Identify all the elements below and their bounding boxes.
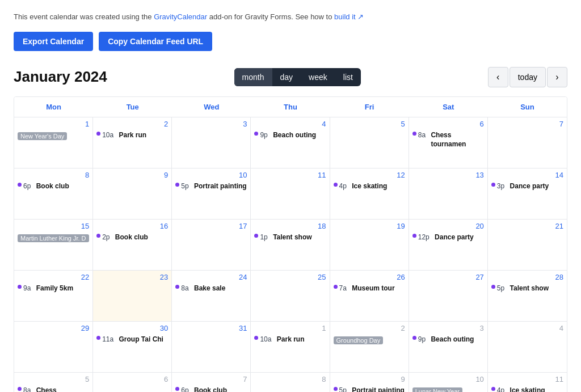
event-item[interactable]: 5p Portrait painting <box>175 182 247 191</box>
gravity-calendar-link[interactable]: GravityCalendar <box>154 12 207 21</box>
event-dot <box>96 132 100 136</box>
cal-cell[interactable]: 5 <box>330 117 409 168</box>
cal-cell[interactable]: 143p Dance party <box>488 168 567 220</box>
cal-cell[interactable]: 11 <box>251 168 330 220</box>
event-item[interactable]: 5p Portrait painting <box>334 386 405 393</box>
event-item[interactable]: 6p Book club <box>18 182 89 191</box>
cal-cell[interactable]: 76p Book club <box>172 373 251 393</box>
cal-cell[interactable]: 27 <box>409 271 488 322</box>
cal-cell[interactable]: 110a Park run <box>251 322 330 373</box>
event-item[interactable]: 6p Book club <box>175 386 247 393</box>
cal-cell[interactable]: 248a Bake sale <box>172 271 251 322</box>
event-time: 9p <box>260 130 267 140</box>
prev-button[interactable]: ‹ <box>488 67 508 87</box>
day-header-wed: Wed <box>172 97 251 117</box>
cal-cell[interactable]: 162p Book club <box>93 220 172 271</box>
cal-cell[interactable]: 15Martin Luther King Jr. D <box>14 220 93 271</box>
date-number: 8 <box>18 171 89 179</box>
cal-cell[interactable]: 29 <box>14 322 93 373</box>
cal-cell[interactable]: 21 <box>488 220 567 271</box>
cal-cell[interactable]: 13 <box>409 168 488 220</box>
event-item[interactable]: 1p Talent show <box>254 233 326 242</box>
date-number: 10 <box>412 375 484 383</box>
event-time: 6p <box>23 182 31 191</box>
cal-cell[interactable]: 1New Year's Day <box>14 117 93 168</box>
date-number: 30 <box>96 324 168 332</box>
cal-cell[interactable]: 58a Chess tournamen <box>14 373 93 393</box>
event-dot <box>491 285 495 289</box>
event-item[interactable]: 7a Museum tour <box>334 284 405 293</box>
cal-cell[interactable]: 95p Portrait painting <box>330 373 409 393</box>
export-calendar-button[interactable]: Export Calendar <box>14 32 93 51</box>
date-number: 8 <box>254 375 326 383</box>
cal-cell[interactable]: 229a Family 5km <box>14 271 93 322</box>
event-item[interactable]: 8a Bake sale <box>175 284 247 293</box>
event-item[interactable]: 9p Beach outing <box>412 335 484 344</box>
event-item[interactable]: 4p Ice skating <box>334 182 405 191</box>
event-time: 12p <box>418 233 430 242</box>
day-header-fri: Fri <box>330 97 409 117</box>
date-number: 7 <box>491 120 563 128</box>
event-time: 3p <box>497 182 504 191</box>
date-number: 17 <box>175 222 247 230</box>
date-number: 7 <box>175 375 247 383</box>
cal-cell[interactable]: 2Groundhog Day <box>330 322 409 373</box>
event-dot <box>254 132 258 136</box>
event-dot <box>254 336 258 340</box>
cal-cell[interactable]: 267a Museum tour <box>330 271 409 322</box>
cal-cell[interactable]: 7 <box>488 117 567 168</box>
event-item[interactable]: 10a Park run <box>96 130 168 140</box>
event-item[interactable]: 5p Talent show <box>491 284 563 293</box>
copy-feed-url-button[interactable]: Copy Calendar Feed URL <box>99 32 212 51</box>
event-item[interactable]: 10a Park run <box>254 335 326 344</box>
cal-cell[interactable]: 124p Ice skating <box>330 168 409 220</box>
event-item[interactable]: 3p Dance party <box>491 182 563 191</box>
cal-cell[interactable]: 210a Park run <box>93 117 172 168</box>
cal-cell[interactable]: 3 <box>172 117 251 168</box>
date-number: 9 <box>334 375 405 383</box>
cal-cell[interactable]: 23 <box>93 271 172 322</box>
cal-cell[interactable]: 19 <box>330 220 409 271</box>
event-item[interactable]: 8a Chess tournamen <box>412 130 484 150</box>
cal-cell[interactable]: 49p Beach outing <box>251 117 330 168</box>
event-item[interactable]: 12p Dance party <box>412 233 484 242</box>
event-item[interactable]: 2p Book club <box>96 233 168 242</box>
cal-cell[interactable]: 6 <box>93 373 172 393</box>
tab-day[interactable]: day <box>272 68 301 86</box>
tab-month[interactable]: month <box>234 68 272 86</box>
event-item[interactable]: 9a Family 5km <box>18 284 89 293</box>
event-dot <box>96 336 100 340</box>
event-name: Chess tournamen <box>36 386 89 393</box>
cal-cell[interactable]: 105p Portrait painting <box>172 168 251 220</box>
cal-cell[interactable]: 9 <box>93 168 172 220</box>
cal-cell[interactable]: 114p Ice skating <box>488 373 567 393</box>
cal-cell[interactable]: 10Lunar New Year <box>409 373 488 393</box>
event-item[interactable]: 9p Beach outing <box>254 130 326 140</box>
date-number: 25 <box>254 273 326 281</box>
cal-cell[interactable]: 31 <box>172 322 251 373</box>
cal-cell[interactable]: 25 <box>251 271 330 322</box>
cal-cell[interactable]: 181p Talent show <box>251 220 330 271</box>
tab-list[interactable]: list <box>335 68 361 86</box>
event-dot <box>18 183 22 187</box>
event-name: Beach outing <box>273 130 316 140</box>
cal-cell[interactable]: 17 <box>172 220 251 271</box>
cal-cell[interactable]: 2012p Dance party <box>409 220 488 271</box>
event-dot <box>491 183 495 187</box>
cal-cell[interactable]: 39p Beach outing <box>409 322 488 373</box>
event-item[interactable]: 8a Chess tournamen <box>18 386 89 393</box>
cal-cell[interactable]: 4 <box>488 322 567 373</box>
next-button[interactable]: › <box>547 67 567 87</box>
date-number: 28 <box>491 273 563 281</box>
cal-cell[interactable]: 86p Book club <box>14 168 93 220</box>
today-button[interactable]: today <box>510 67 546 87</box>
cal-cell[interactable]: 285p Talent show <box>488 271 567 322</box>
cal-cell[interactable]: 8 <box>251 373 330 393</box>
tab-week[interactable]: week <box>301 68 335 86</box>
event-item[interactable]: 4p Ice skating <box>491 386 563 393</box>
build-it-link[interactable]: build it ↗ <box>334 12 364 21</box>
cal-cell[interactable]: 68a Chess tournamen <box>409 117 488 168</box>
event-name: Dance party <box>435 233 474 242</box>
event-item[interactable]: 11a Group Tai Chi <box>96 335 168 344</box>
cal-cell[interactable]: 3011a Group Tai Chi <box>93 322 172 373</box>
